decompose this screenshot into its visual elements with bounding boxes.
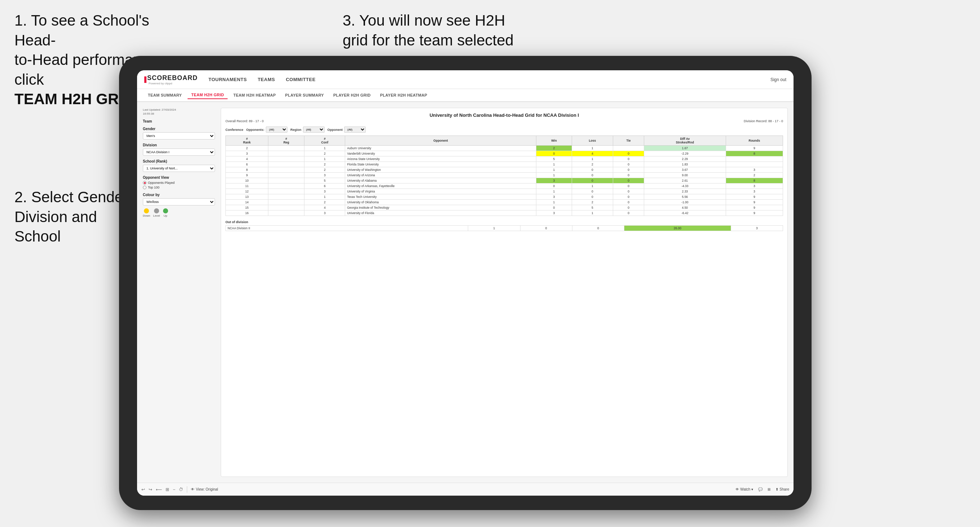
nav-item-teams[interactable]: TEAMS bbox=[258, 75, 275, 84]
opponents-filter-select[interactable]: (All) bbox=[266, 127, 288, 133]
colour-down-label: Down bbox=[143, 214, 150, 217]
colour-down: Down bbox=[143, 208, 150, 217]
region-filter-group: Region (All) bbox=[290, 127, 325, 133]
nav-item-tournaments[interactable]: TOURNAMENTS bbox=[208, 75, 247, 84]
sign-out-link[interactable]: Sign out bbox=[770, 77, 786, 82]
table-row: 3 2 Vanderbilt University 0 4 0 -2.29 8 bbox=[226, 151, 783, 156]
logo-text: SCOREBOARD bbox=[147, 74, 198, 82]
nav-items: TOURNAMENTS TEAMS COMMITTEE bbox=[208, 75, 770, 84]
share-button[interactable]: ⬆ Share bbox=[775, 487, 789, 491]
division-record: Division Record: 88 - 17 - 0 bbox=[744, 119, 783, 123]
out-of-division-row: NCAA Division II 1 0 0 26.00 3 bbox=[226, 225, 783, 231]
table-row: 14 2 University of Oklahoma 1 2 0 -1.00 … bbox=[226, 200, 783, 205]
col-diff: Diff AvStrokes/Rnd bbox=[644, 136, 726, 146]
table-row: 12 3 University of Virginia 1 0 0 2.33 3 bbox=[226, 189, 783, 194]
radio-opponents-played-indicator bbox=[143, 181, 146, 184]
toolbar-view-label: View: Original bbox=[196, 487, 218, 491]
main-content: Last Updated: 27/03/2024 16:55:38 Team G… bbox=[137, 102, 794, 483]
present-button[interactable]: ⊞ bbox=[768, 487, 770, 491]
table-row: 2 1 Auburn University 2 1 1.67 9 bbox=[226, 146, 783, 151]
watch-button[interactable]: 👁 Watch ▾ bbox=[735, 487, 753, 491]
opponent-view-label: Opponent View bbox=[143, 176, 215, 179]
minus-icon[interactable]: − bbox=[173, 487, 175, 492]
school-label: School (Rank) bbox=[143, 159, 215, 163]
sub-nav-player-h2h-grid[interactable]: PLAYER H2H GRID bbox=[330, 92, 374, 99]
logo-accent bbox=[144, 76, 146, 83]
colour-select[interactable]: Win/loss bbox=[143, 198, 215, 205]
nav-item-committee[interactable]: COMMITTEE bbox=[286, 75, 316, 84]
eye-icon: 👁 bbox=[191, 487, 194, 491]
division-select[interactable]: NCAA Division I bbox=[143, 149, 215, 156]
logo-sub: Powered by clippd bbox=[149, 82, 198, 85]
h2h-table: #Rank #Reg #Conf Opponent Win Loss Tie D… bbox=[226, 135, 783, 216]
team-section: Team bbox=[143, 119, 215, 123]
table-row: 8 2 University of Washington 1 0 0 3.67 … bbox=[226, 167, 783, 173]
gender-select[interactable]: Men's bbox=[143, 132, 215, 140]
toolbar-separator bbox=[187, 486, 187, 493]
redo-icon[interactable]: ↪ bbox=[149, 487, 152, 492]
add-icon[interactable]: ⊞ bbox=[165, 487, 169, 492]
col-reg: #Reg bbox=[268, 136, 304, 146]
colour-down-dot bbox=[144, 208, 149, 213]
col-loss: Loss bbox=[572, 136, 613, 146]
table-row: 16 3 University of Florida 3 1 0 -6.42 9 bbox=[226, 211, 783, 216]
annotation-2-line2: Division and bbox=[14, 208, 97, 225]
annotation-3-line2: grid for the team selected bbox=[343, 32, 514, 49]
step-back-icon[interactable]: ⟵ bbox=[156, 487, 162, 492]
watch-icon: 👁 bbox=[735, 487, 739, 491]
bottom-toolbar: ↩ ↪ ⟵ ⊞ − ⏱ 👁 View: Original 👁 Watch ▾ 💬 bbox=[137, 483, 794, 496]
gender-section: Gender Men's bbox=[143, 127, 215, 140]
col-tie: Tie bbox=[613, 136, 644, 146]
colour-up-dot bbox=[163, 208, 168, 213]
toolbar-view[interactable]: 👁 View: Original bbox=[191, 487, 218, 491]
opponent-view-radio-group: Opponents Played Top 100 bbox=[143, 181, 215, 189]
school-section: School (Rank) 1. University of Nort... bbox=[143, 159, 215, 172]
tablet-screen: SCOREBOARD Powered by clippd TOURNAMENTS… bbox=[137, 70, 794, 496]
table-row: 4 1 Arizona State University 5 1 0 2.29 bbox=[226, 156, 783, 162]
col-win: Win bbox=[536, 136, 572, 146]
colour-up: Up bbox=[163, 208, 168, 217]
division-label: Division bbox=[143, 143, 215, 147]
share-icon: ⬆ bbox=[775, 487, 778, 491]
annotation-3-line1: 3. You will now see H2H bbox=[343, 12, 505, 29]
school-select[interactable]: 1. University of Nort... bbox=[143, 165, 215, 172]
out-of-division-label: Out of division bbox=[226, 220, 783, 224]
radio-top100[interactable]: Top 100 bbox=[143, 186, 215, 189]
tablet: SCOREBOARD Powered by clippd TOURNAMENTS… bbox=[119, 56, 811, 510]
left-panel: Last Updated: 27/03/2024 16:55:38 Team G… bbox=[143, 108, 215, 477]
toolbar-right: 👁 Watch ▾ 💬 ⊞ ⬆ Share bbox=[735, 487, 789, 491]
col-opponent: Opponent bbox=[345, 136, 536, 146]
opponent-filter-group: Opponent (All) bbox=[328, 127, 366, 133]
team-label: Team bbox=[143, 119, 215, 123]
out-of-division-table: NCAA Division II 1 0 0 26.00 3 bbox=[226, 225, 783, 231]
nav-bar: SCOREBOARD Powered by clippd TOURNAMENTS… bbox=[137, 70, 794, 89]
conference-filter-group: Conference bbox=[226, 128, 243, 132]
col-conf: #Conf bbox=[304, 136, 345, 146]
logo: SCOREBOARD Powered by clippd bbox=[144, 74, 198, 85]
grid-title: University of North Carolina Head-to-Hea… bbox=[226, 113, 783, 118]
division-section: Division NCAA Division I bbox=[143, 143, 215, 156]
comment-icon: 💬 bbox=[758, 487, 762, 491]
colour-up-label: Up bbox=[163, 214, 167, 217]
undo-icon[interactable]: ↩ bbox=[142, 487, 145, 492]
annotation-3: 3. You will now see H2H grid for the tea… bbox=[343, 11, 588, 50]
region-filter-select[interactable]: (All) bbox=[303, 127, 325, 133]
present-icon: ⊞ bbox=[768, 487, 770, 491]
last-updated: Last Updated: 27/03/2024 16:55:38 bbox=[143, 108, 215, 116]
annotation-2-line1: 2. Select Gender, bbox=[14, 189, 132, 205]
radio-opponents-played[interactable]: Opponents Played bbox=[143, 181, 215, 184]
table-row: 9 3 University of Arizona 1 0 0 9.00 2 bbox=[226, 173, 783, 178]
radio-top100-indicator bbox=[143, 186, 146, 189]
sub-nav-player-summary[interactable]: PLAYER SUMMARY bbox=[282, 92, 328, 99]
opponents-filter-group: Opponents: (All) bbox=[247, 127, 288, 133]
table-row: 15 4 Georgia Institute of Technology 0 5… bbox=[226, 205, 783, 211]
comment-button[interactable]: 💬 bbox=[758, 487, 762, 491]
sub-nav-team-h2h-grid[interactable]: TEAM H2H GRID bbox=[188, 91, 228, 99]
sub-nav-player-h2h-heatmap[interactable]: PLAYER H2H HEATMAP bbox=[377, 92, 431, 99]
colour-section: Colour by Win/loss Down Level bbox=[143, 193, 215, 217]
grid-panel: University of North Carolina Head-to-Hea… bbox=[221, 108, 788, 477]
sub-nav-team-h2h-heatmap[interactable]: TEAM H2H HEATMAP bbox=[230, 92, 280, 99]
clock-icon: ⏱ bbox=[179, 487, 183, 492]
opponent-filter-select[interactable]: (All) bbox=[344, 127, 366, 133]
sub-nav-team-summary[interactable]: TEAM SUMMARY bbox=[144, 92, 185, 99]
